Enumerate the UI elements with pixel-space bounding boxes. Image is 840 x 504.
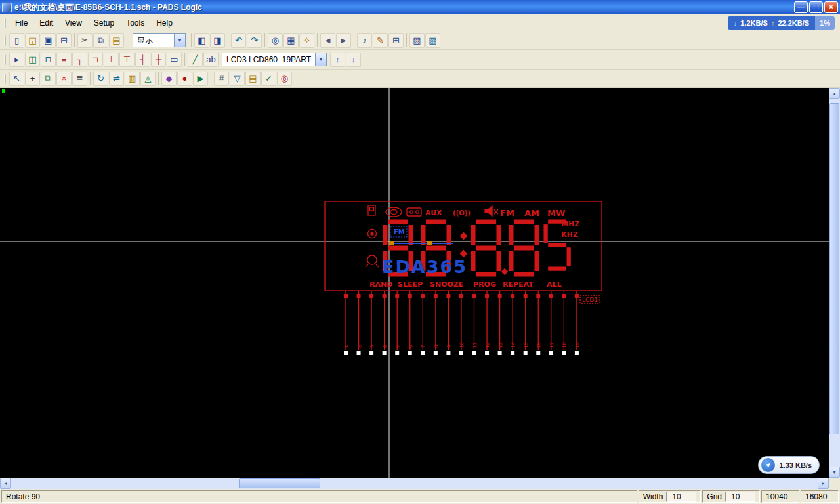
target-icon[interactable]: ◎ (277, 72, 292, 86)
macro-icon[interactable]: ◆ (161, 72, 177, 86)
save-icon[interactable]: ▣ (41, 33, 56, 48)
select-arrow-icon[interactable]: ↖ (9, 72, 24, 86)
schematic-pin[interactable]: 9 (446, 291, 452, 355)
selection-handle[interactable] (389, 241, 394, 245)
offpage-icon[interactable]: ⊐ (88, 52, 103, 67)
vertical-scrollbar[interactable]: ▲ ▼ (829, 88, 840, 478)
record-icon[interactable]: ● (177, 72, 192, 86)
report-icon[interactable]: ▧ (410, 33, 425, 48)
grid-value[interactable]: 10 (725, 492, 755, 502)
gate-icon[interactable]: ⊓ (41, 52, 56, 67)
menu-item-help[interactable]: Help (150, 16, 178, 30)
pin-array[interactable]: 12345678910111213141516171819 (344, 291, 580, 355)
part-icon[interactable]: ◫ (25, 52, 40, 67)
schematic-pin[interactable]: 3 (369, 291, 375, 355)
menu-item-tools[interactable]: Tools (120, 16, 150, 30)
redo-icon[interactable]: ↷ (247, 33, 262, 48)
check-icon[interactable]: ✓ (261, 72, 276, 86)
connection-icon[interactable]: ┐ (72, 52, 87, 67)
scroll-down-arrow[interactable]: ▼ (829, 467, 840, 478)
rotate-icon[interactable]: ↻ (93, 72, 108, 86)
schematic-pin[interactable]: 4 (383, 291, 388, 355)
scroll-right-arrow[interactable]: ► (818, 478, 829, 489)
schematic-drawing[interactable]: AUX ((O)) FM AM MW MHZ KHZ RAND SLEEP SN… (0, 88, 829, 478)
move-icon[interactable]: + (25, 72, 40, 86)
swap-icon[interactable]: ◬ (140, 72, 156, 86)
ground-icon[interactable]: ⊥ (104, 52, 119, 67)
sheet-icon[interactable]: ▦ (284, 33, 299, 48)
horizontal-scrollbar[interactable]: ◄ ► (0, 478, 840, 489)
width-value[interactable]: 10 (666, 492, 696, 502)
minimize-button[interactable]: — (794, 1, 808, 13)
schematic-pin[interactable]: 14 (511, 291, 516, 355)
selection-filter-icon[interactable]: ◧ (194, 33, 209, 48)
schematic-pin[interactable]: 8 (434, 291, 439, 355)
network-monitor[interactable]: ↓ 1.2KB/S ↑ 22.2KB/S 1% (728, 16, 835, 30)
tie-icon[interactable]: ┤ (135, 52, 150, 67)
zoom-icon[interactable]: ◎ (268, 33, 283, 48)
scroll-left-arrow[interactable]: ◄ (0, 478, 11, 489)
properties-icon[interactable]: ≣ (72, 72, 87, 86)
chevron-down-icon[interactable]: ▼ (315, 53, 326, 66)
pcb-preview-icon[interactable]: ▨ (425, 33, 440, 48)
display-mode-dropdown[interactable]: 显示 ▼ (133, 33, 186, 47)
layers-icon[interactable]: ▤ (245, 72, 261, 86)
part-combo[interactable]: LCD3 LCD860_19PART ▼ (222, 52, 327, 66)
step-repeat-icon[interactable]: ▥ (125, 72, 140, 86)
vertical-scroll-thumb[interactable] (830, 103, 839, 434)
schematic-pin[interactable]: 1 (344, 291, 349, 355)
schematic-pin[interactable]: 5 (395, 291, 400, 355)
sheet-down-icon[interactable]: ↓ (346, 52, 361, 67)
sheet-up-icon[interactable]: ↑ (330, 52, 345, 67)
decal-icon[interactable]: ▭ (167, 52, 182, 67)
open-icon[interactable]: ◱ (25, 33, 40, 48)
menu-item-file[interactable]: File (9, 16, 33, 30)
schematic-pin[interactable]: 10 (459, 291, 465, 355)
schematic-pin[interactable]: 15 (524, 291, 529, 355)
junction-icon[interactable]: ┼ (151, 52, 166, 67)
horizontal-scroll-thumb[interactable] (239, 478, 320, 488)
paste-icon[interactable]: ▤ (109, 33, 124, 48)
undo-icon[interactable]: ↶ (231, 33, 246, 48)
ole-icon[interactable]: ⊞ (388, 33, 404, 48)
eco-icon[interactable]: ✎ (373, 33, 388, 48)
maximize-button[interactable]: □ (809, 1, 823, 13)
grid-icon[interactable]: # (214, 72, 229, 86)
schematic-pin[interactable]: 18 (562, 291, 567, 355)
next-sheet-icon[interactable]: ► (336, 33, 351, 48)
2d-line-icon[interactable]: ╱ (188, 52, 203, 67)
selection-pointer-icon[interactable]: ▸ (9, 52, 24, 67)
cut-icon[interactable]: ✂ (77, 33, 93, 48)
bus-icon[interactable]: ≡ (56, 52, 72, 67)
redraw-icon[interactable]: ✧ (299, 33, 314, 48)
selection-handle[interactable] (427, 241, 432, 245)
prev-sheet-icon[interactable]: ◄ (320, 33, 335, 48)
copy-mode-icon[interactable]: ⧉ (41, 72, 56, 86)
text-icon[interactable]: ab (203, 52, 219, 67)
schematic-pin[interactable]: 16 (536, 291, 541, 355)
copy-icon[interactable]: ⧉ (93, 33, 108, 48)
speed-overlay[interactable]: ➤ 1.33 KB/s (758, 456, 820, 474)
print-icon[interactable]: ⊟ (56, 33, 72, 48)
power-icon[interactable]: ⊤ (119, 52, 135, 67)
schematic-pin[interactable]: 7 (421, 291, 426, 355)
schematic-pin[interactable]: 17 (549, 291, 555, 355)
schematic-pin[interactable]: 19 (575, 291, 580, 355)
menu-item-view[interactable]: View (59, 16, 88, 30)
schematic-pin[interactable]: 2 (357, 291, 362, 355)
menu-item-edit[interactable]: Edit (33, 16, 59, 30)
run-icon[interactable]: ▶ (193, 72, 208, 86)
schematic-canvas[interactable]: AUX ((O)) FM AM MW MHZ KHZ RAND SLEEP SN… (0, 88, 829, 478)
netlist-icon[interactable]: ♪ (357, 33, 372, 48)
chevron-down-icon[interactable]: ▼ (174, 34, 185, 47)
menu-item-setup[interactable]: Setup (88, 16, 120, 30)
schematic-pin[interactable]: 6 (408, 291, 413, 355)
schematic-pin[interactable]: 11 (472, 291, 478, 355)
schematic-pin[interactable]: 13 (498, 291, 503, 355)
mirror-icon[interactable]: ⇌ (109, 72, 124, 86)
selection-mode-icon[interactable]: ◨ (210, 33, 225, 48)
scroll-up-arrow[interactable]: ▲ (829, 88, 840, 99)
delete-icon[interactable]: × (56, 72, 72, 86)
vertical-scroll-track[interactable] (829, 99, 840, 467)
close-button[interactable]: × (824, 1, 838, 13)
